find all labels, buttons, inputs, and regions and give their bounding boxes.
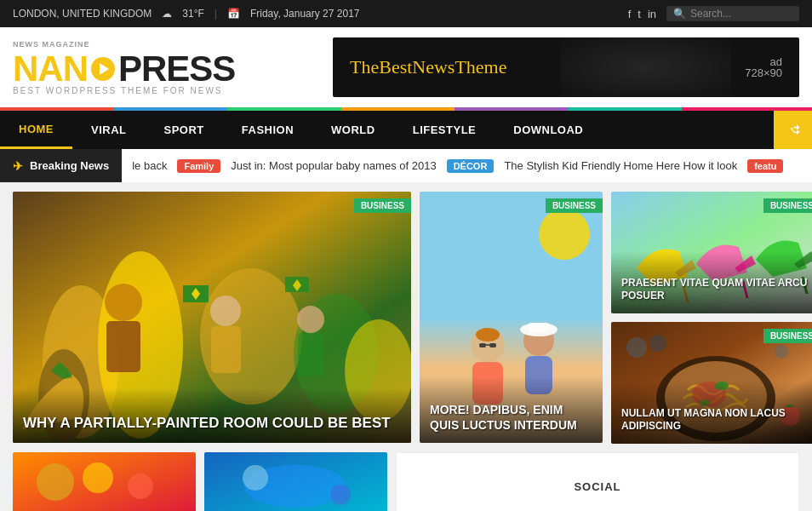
nav-item-home[interactable]: HOME	[0, 111, 72, 149]
main-nav: HOME VIRAL SPORT FASHION WORLD LIFESTYLE…	[0, 111, 812, 149]
card-small-2-badge: BUSINESS	[763, 329, 812, 343]
logo-main: NAN PRESS	[13, 49, 235, 89]
svg-point-24	[476, 328, 500, 342]
location-text: LONDON, UNITED KINGDOM	[13, 8, 152, 20]
content-area: BUSINESS WHY A PARTIALLY-PAINTED ROOM CO…	[0, 183, 812, 452]
logo-nan: NAN	[13, 49, 88, 89]
nav-item-fashion[interactable]: FASHION	[223, 111, 312, 149]
svg-point-11	[297, 306, 324, 333]
top-bar: LONDON, UNITED KINGDOM ☁ 31°F | 📅 Friday…	[0, 0, 812, 27]
breaking-item-3: The Stylish Kid Friendly Home Here How i…	[504, 159, 737, 172]
weather-icon: ☁	[162, 8, 172, 20]
svg-point-39	[626, 337, 647, 358]
svg-rect-12	[298, 333, 323, 376]
breaking-content: le back Family Just in: Most popular bab…	[122, 159, 793, 173]
social-icons: f t in	[628, 8, 656, 20]
card-small-2-title: NULLAM UT MAGNA NON LACUS ADIPISCING	[621, 407, 810, 433]
breaking-news-text: Breaking News	[30, 159, 109, 172]
nav-item-download[interactable]: DOWNLOAD	[495, 111, 602, 149]
breaking-item-1: le back	[132, 159, 167, 172]
svg-point-44	[37, 463, 74, 501]
search-icon: 🔍	[673, 8, 686, 20]
svg-point-7	[105, 284, 142, 321]
card-large-1-overlay: WHY A PARTIALLY-PAINTED ROOM COULD BE BE…	[13, 388, 411, 443]
search-box[interactable]: 🔍	[666, 6, 799, 21]
card-medium-1-overlay: MORE! DAPIBUS, ENIM QUIS LUCTUS INTERDUM	[420, 376, 603, 443]
card-small-2[interactable]: BUSINESS NULLAM UT MAGNA NON LACUS ADIPI…	[611, 322, 812, 444]
logo-tagline-top: NEWS MAGAZINE	[13, 40, 235, 49]
calendar-icon: 📅	[227, 8, 240, 20]
card-large-1[interactable]: BUSINESS WHY A PARTIALLY-PAINTED ROOM CO…	[13, 192, 411, 443]
ad-size-label: ad 728×90	[745, 56, 782, 78]
social-label: SOCIAL	[574, 480, 620, 493]
search-input[interactable]	[690, 8, 792, 20]
card-small-2-overlay: NULLAM UT MAGNA NON LACUS ADIPISCING	[611, 382, 812, 444]
breaking-item-2: Just in: Most popular baby names of 2013	[231, 159, 436, 172]
svg-point-49	[243, 465, 268, 491]
svg-rect-28	[529, 323, 549, 333]
card-medium-1-title: MORE! DAPIBUS, ENIM QUIS LUCTUS INTERDUM	[430, 402, 592, 433]
svg-point-50	[330, 485, 351, 505]
ad-dimensions: 728×90	[745, 67, 782, 78]
ad-size-box: ad 728×90	[745, 56, 782, 78]
social-box: SOCIAL	[396, 452, 799, 511]
card-small-1-badge: BUSINESS	[763, 198, 812, 213]
svg-point-40	[649, 335, 666, 352]
breaking-news-bar: ✈ Breaking News le back Family Just in: …	[0, 149, 812, 183]
date-separator: |	[214, 8, 217, 20]
ad-script-text: TheBestNewsTheme	[350, 56, 507, 78]
svg-point-18	[539, 209, 590, 260]
top-bar-left: LONDON, UNITED KINGDOM ☁ 31°F | 📅 Friday…	[13, 8, 359, 20]
twitter-icon[interactable]: t	[638, 8, 641, 20]
logo-area: NEWS MAGAZINE NAN PRESS BEST WORDPRESS T…	[13, 40, 235, 95]
svg-point-45	[83, 462, 113, 493]
logo-press: PRESS	[118, 49, 235, 89]
bottom-card-1[interactable]	[13, 452, 196, 511]
random-button[interactable]	[774, 111, 812, 149]
breaking-news-label: ✈ Breaking News	[0, 149, 122, 182]
card-small-1[interactable]: BUSINESS PRAESENT VITAE QUAM VITAE ARCU …	[611, 192, 812, 313]
svg-point-46	[128, 474, 153, 499]
tag-decor: DÉCOR	[447, 159, 495, 173]
facebook-icon[interactable]: f	[628, 8, 632, 20]
card-small-container: BUSINESS PRAESENT VITAE QUAM VITAE ARCU …	[611, 192, 812, 444]
card-small-1-overlay: PRAESENT VITAE QUAM VITAE ARCU POSUER	[611, 251, 812, 313]
card-medium-1-badge: BUSINESS	[546, 198, 603, 213]
top-bar-right: f t in 🔍	[628, 6, 799, 21]
card-large-1-title: WHY A PARTIALLY-PAINTED ROOM COULD BE BE…	[23, 414, 401, 433]
nav-item-lifestyle[interactable]: LIFESTYLE	[394, 111, 495, 149]
header: NEWS MAGAZINE NAN PRESS BEST WORDPRESS T…	[0, 27, 812, 107]
logo-play-icon	[91, 57, 115, 81]
instagram-icon[interactable]: in	[648, 8, 656, 20]
nav-item-world[interactable]: WORLD	[312, 111, 394, 149]
date-text: Friday, January 27 2017	[250, 8, 360, 20]
rocket-icon: ✈	[13, 159, 23, 173]
bottom-card-2[interactable]	[204, 452, 387, 511]
nav-item-viral[interactable]: VIRAL	[72, 111, 146, 149]
svg-rect-8	[106, 321, 140, 372]
svg-point-41	[775, 345, 788, 359]
tag-family: Family	[177, 159, 220, 173]
svg-rect-10	[211, 326, 241, 373]
svg-rect-21	[479, 343, 486, 347]
temperature: 31°F	[182, 8, 203, 20]
card-medium-1[interactable]: BUSINESS MORE! DAPIBUS, ENIM QUIS LUCTUS…	[420, 192, 603, 443]
bottom-row: SOCIAL	[0, 452, 812, 511]
svg-point-9	[210, 296, 241, 326]
card-large-1-badge: BUSINESS	[354, 198, 411, 213]
card-small-1-title: PRAESENT VITAE QUAM VITAE ARCU POSUER	[621, 277, 810, 303]
logo-subtitle: BEST WORDPRESS THEME FOR NEWS	[13, 86, 235, 95]
svg-rect-22	[489, 343, 496, 347]
nav-items: HOME VIRAL SPORT FASHION WORLD LIFESTYLE…	[0, 111, 774, 149]
tag-featu: featu	[747, 159, 783, 173]
ad-banner: TheBestNewsTheme ad 728×90	[333, 37, 799, 97]
ad-bg-decoration	[561, 37, 731, 97]
nav-item-sport[interactable]: SPORT	[146, 111, 223, 149]
